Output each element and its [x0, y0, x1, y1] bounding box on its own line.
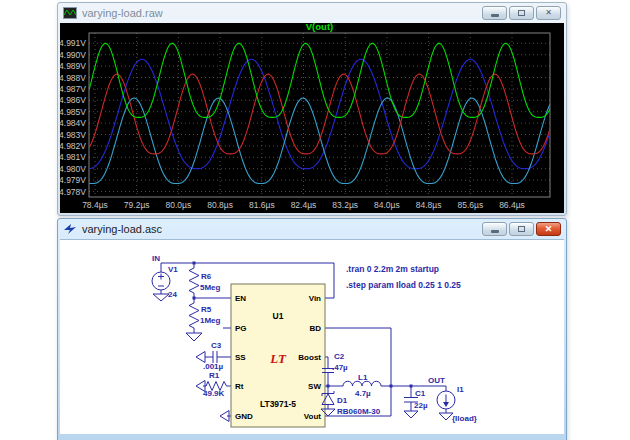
c3-ref-label[interactable]: C3 — [211, 341, 222, 350]
waveform-window: varying-load.raw ✕ 4.991V4.990V4.989V4.9… — [57, 2, 567, 216]
chip-part-number: LT3971-5 — [260, 399, 296, 409]
i1-value-label[interactable]: {Iload} — [452, 414, 477, 423]
r6-value-label[interactable]: 5Meg — [200, 283, 221, 292]
net-label-out[interactable]: OUT — [428, 376, 445, 385]
i1-ref-label[interactable]: I1 — [457, 385, 464, 394]
y-axis-label: 4.990V — [60, 50, 86, 60]
maximize-button[interactable] — [509, 6, 534, 20]
plot-border — [89, 33, 550, 197]
x-axis-label: 84.0µs — [374, 200, 400, 210]
chip-refdes: U1 — [273, 311, 284, 321]
v1-ref-label[interactable]: V1 — [168, 265, 178, 274]
waveform-plot[interactable]: 4.991V4.990V4.989V4.988V4.987V4.986V4.98… — [60, 23, 564, 213]
y-axis-label: 4.986V — [60, 95, 86, 105]
r5-value-label[interactable]: 1Meg — [200, 316, 221, 325]
left-port-flag — [196, 352, 205, 363]
x-axis-label: 85.6µs — [457, 200, 483, 210]
y-axis-label: 4.981V — [60, 152, 86, 162]
c1-ref-label[interactable]: C1 — [415, 389, 426, 398]
c2-ref-label[interactable]: C2 — [334, 352, 345, 361]
r5-ref-label[interactable]: R5 — [201, 305, 212, 314]
x-axis-label: 78.4µs — [82, 200, 108, 210]
pin-label-boost: Boost — [298, 353, 321, 362]
schematic-titlebar[interactable]: varying-load.asc ✕ — [58, 219, 566, 239]
r1-value-label[interactable]: 49.9K — [203, 389, 225, 398]
y-axis-label: 4.980V — [60, 164, 86, 174]
y-axis-label: 4.991V — [60, 38, 86, 48]
y-axis-label: 4.987V — [60, 84, 86, 94]
pin-label-pg: PG — [235, 324, 247, 333]
maximize-button[interactable] — [509, 222, 534, 236]
x-axis-label: 86.4µs — [499, 200, 525, 210]
l1-value-label[interactable]: 4.7µ — [355, 389, 371, 398]
pin-label-sw: SW — [308, 382, 321, 391]
x-axis-label: 81.6µs — [249, 200, 275, 210]
y-axis-label: 4.983V — [60, 130, 86, 140]
close-button[interactable]: ✕ — [536, 222, 561, 236]
d1-ref-label[interactable]: D1 — [337, 396, 348, 405]
minimize-button[interactable] — [482, 6, 507, 20]
traces — [89, 43, 550, 183]
x-axis-label: 80.0µs — [166, 200, 192, 210]
ltspice-schematic-icon — [63, 223, 77, 235]
l1-ref-label[interactable]: L1 — [358, 373, 368, 382]
waveform-window-title: varying-load.raw — [82, 7, 477, 19]
schematic-window-title: varying-load.asc — [82, 223, 477, 235]
pin-label-ss: SS — [235, 353, 246, 362]
pin-label-vin: Vin — [309, 294, 321, 303]
y-axis-label: 4.978V — [60, 187, 86, 197]
pin-label-en: EN — [235, 294, 246, 303]
v1-value-label[interactable]: 24 — [168, 290, 177, 299]
close-button[interactable]: ✕ — [536, 6, 561, 20]
waveform-plot-area[interactable]: 4.991V4.990V4.989V4.988V4.987V4.986V4.98… — [60, 23, 564, 213]
r1-ref-label[interactable]: R1 — [209, 371, 220, 380]
spice-directive-tran[interactable]: .tran 0 2.2m 2m startup — [346, 264, 439, 274]
schematic-drawing[interactable]: IN V1 24 R6 5Meg R5 1Meg C3 .001 — [60, 240, 564, 434]
x-axis-label: 79.2µs — [124, 200, 150, 210]
net-label-in[interactable]: IN — [152, 254, 160, 263]
ground-symbol — [404, 411, 418, 418]
minimize-button[interactable] — [482, 222, 507, 236]
pin-label-gnd: GND — [235, 412, 253, 421]
plot-grid — [89, 33, 550, 197]
pin-label-vout: Vout — [304, 412, 322, 421]
c3-value-label[interactable]: .001µ — [203, 362, 224, 371]
r6-ref-label[interactable]: R6 — [201, 272, 212, 281]
x-axis-label: 82.4µs — [291, 200, 317, 210]
pin-label-rt: Rt — [235, 382, 244, 391]
y-axis-label: 4.982V — [60, 141, 86, 151]
linear-technology-logo: LT — [269, 351, 287, 366]
ground-symbol — [186, 333, 202, 341]
schematic-canvas[interactable]: IN V1 24 R6 5Meg R5 1Meg C3 .001 — [60, 239, 564, 434]
waveform-file-icon — [63, 7, 77, 19]
waveform-titlebar[interactable]: varying-load.raw ✕ — [58, 3, 566, 23]
y-axis-label: 4.989V — [60, 61, 86, 71]
ground-symbol — [439, 413, 453, 420]
ground-symbol — [153, 294, 169, 301]
c1-value-label[interactable]: 22µ — [414, 401, 428, 410]
spice-directive-step[interactable]: .step param Iload 0.25 1 0.25 — [346, 280, 461, 290]
pin-label-bd: BD — [309, 324, 321, 333]
x-axis-label: 83.2µs — [332, 200, 358, 210]
y-axis-label: 4.984V — [60, 118, 86, 128]
x-axis-label: 84.8µs — [416, 200, 442, 210]
resistor-R6[interactable] — [189, 263, 199, 298]
schematic-window: varying-load.asc ✕ — [57, 218, 567, 440]
trace-v-out-step-2-iload-0-5 — [89, 59, 550, 168]
y-axis-label: 4.979V — [60, 175, 86, 185]
y-axis-label: 4.988V — [60, 73, 86, 83]
y-axis-label: 4.985V — [60, 107, 86, 117]
c2-value-label[interactable]: .47µ — [332, 363, 348, 372]
trace-title[interactable]: V(out) — [306, 23, 333, 32]
d1-value-label[interactable]: RB060M-30 — [337, 407, 381, 416]
x-axis-label: 80.8µs — [207, 200, 233, 210]
